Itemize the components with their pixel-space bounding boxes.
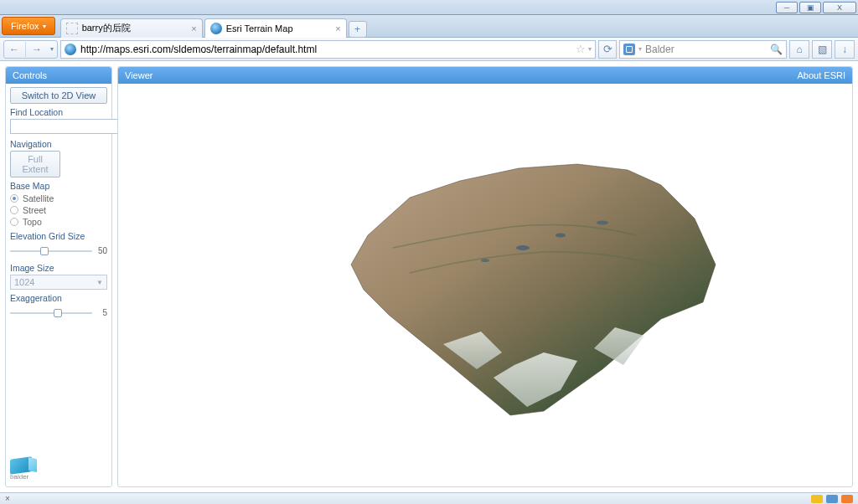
elevation-value: 50 bbox=[98, 246, 107, 255]
slider-thumb[interactable] bbox=[40, 247, 49, 255]
exaggeration-value: 5 bbox=[102, 308, 107, 317]
image-size-select[interactable]: 1024 ▼ bbox=[10, 275, 107, 290]
reload-button[interactable]: ⟳ bbox=[598, 40, 617, 59]
new-tab-button[interactable]: + bbox=[349, 21, 367, 38]
viewer-header: Viewer About ESRI bbox=[118, 67, 852, 84]
tab-esri-terrain[interactable]: Esri Terrain Map × bbox=[204, 18, 347, 38]
globe-icon bbox=[65, 44, 76, 55]
window-maximize[interactable]: ▣ bbox=[799, 2, 821, 13]
window-minimize[interactable]: ─ bbox=[776, 2, 798, 13]
svg-point-3 bbox=[597, 220, 608, 224]
balder-logo: balder bbox=[10, 458, 35, 483]
status-icon[interactable] bbox=[811, 495, 823, 503]
slider-track bbox=[10, 250, 92, 252]
full-extent-button[interactable]: Full Extent bbox=[10, 151, 60, 177]
radio-dot-icon bbox=[10, 218, 18, 226]
controls-panel: Controls Switch to 2D View Find Location… bbox=[5, 66, 112, 487]
screenshot-button[interactable]: ▧ bbox=[812, 40, 832, 59]
radio-dot-icon bbox=[10, 194, 18, 203]
cube-icon bbox=[10, 456, 32, 475]
viewer-title: Viewer bbox=[125, 70, 152, 80]
url-text: http://maps.esri.com/sldemos/terrainmap/… bbox=[80, 44, 573, 55]
radio-label: Topo bbox=[23, 217, 42, 227]
dropdown-icon: ▼ bbox=[96, 279, 103, 286]
bookmark-star-icon[interactable]: ☆ bbox=[576, 43, 586, 55]
slider-thumb[interactable] bbox=[54, 309, 62, 317]
radio-label: Street bbox=[23, 205, 46, 215]
window-close[interactable]: X bbox=[823, 2, 856, 13]
home-button[interactable]: ⌂ bbox=[789, 40, 809, 59]
radio-satellite[interactable]: Satellite bbox=[10, 193, 107, 203]
status-icon[interactable] bbox=[841, 495, 853, 503]
controls-body: Switch to 2D View Find Location Go Navig… bbox=[6, 84, 111, 486]
tab-close-icon[interactable]: × bbox=[191, 23, 196, 33]
page-content: Controls Switch to 2D View Find Location… bbox=[0, 61, 858, 492]
dropdown-icon: ▾ bbox=[43, 23, 46, 30]
url-bar[interactable]: http://maps.esri.com/sldemos/terrainmap/… bbox=[60, 40, 596, 59]
exaggeration-label: Exaggeration bbox=[10, 293, 107, 303]
terrain-mesh bbox=[242, 118, 728, 436]
svg-point-2 bbox=[481, 259, 489, 262]
radio-street[interactable]: Street bbox=[10, 205, 107, 215]
controls-header: Controls bbox=[6, 67, 111, 84]
status-bar: × bbox=[0, 492, 858, 504]
blank-favicon bbox=[66, 23, 78, 34]
radio-label: Satellite bbox=[23, 193, 54, 203]
tab-label: Esri Terrain Map bbox=[226, 23, 333, 33]
firefox-menubar: Firefox ▾ barry的后院 × Esri Terrain Map × … bbox=[0, 15, 858, 38]
dropdown-icon[interactable]: ▾ bbox=[588, 45, 592, 53]
tab-label: barry的后院 bbox=[82, 22, 189, 34]
search-icon[interactable]: 🔍 bbox=[770, 44, 783, 55]
window-titlebar: ─ ▣ X bbox=[0, 0, 858, 15]
history-dropdown[interactable]: ▾ bbox=[47, 41, 57, 58]
tab-close-icon[interactable]: × bbox=[335, 23, 340, 33]
tab-barry[interactable]: barry的后院 × bbox=[60, 18, 203, 38]
image-size-value: 1024 bbox=[14, 277, 34, 287]
elevation-grid-label: Elevation Grid Size bbox=[10, 231, 107, 241]
image-size-label: Image Size bbox=[10, 263, 107, 273]
switch-2d-button[interactable]: Switch to 2D View bbox=[10, 87, 107, 104]
navigation-label: Navigation bbox=[10, 139, 107, 149]
status-close[interactable]: × bbox=[5, 494, 10, 503]
tabstrip: barry的后院 × Esri Terrain Map × + bbox=[55, 15, 858, 38]
download-button[interactable]: ↓ bbox=[835, 40, 855, 59]
search-bar[interactable]: ▾ Balder 🔍 bbox=[619, 40, 787, 59]
exaggeration-slider[interactable]: 5 bbox=[10, 307, 107, 319]
about-esri-link[interactable]: About ESRI bbox=[798, 70, 845, 80]
search-placeholder: Balder bbox=[645, 44, 675, 55]
separator bbox=[25, 42, 26, 57]
navigation-toolbar: ← → ▾ http://maps.esri.com/sldemos/terra… bbox=[0, 38, 858, 61]
radio-dot-icon bbox=[10, 206, 18, 214]
status-icon[interactable] bbox=[826, 495, 838, 503]
firefox-button[interactable]: Firefox ▾ bbox=[2, 17, 55, 35]
radio-topo[interactable]: Topo bbox=[10, 217, 107, 227]
globe-favicon bbox=[210, 23, 222, 34]
slider-track bbox=[10, 312, 92, 314]
back-button[interactable]: ← bbox=[4, 41, 24, 58]
logo-label: balder bbox=[10, 473, 35, 481]
nav-buttons: ← → ▾ bbox=[3, 40, 58, 59]
svg-point-0 bbox=[516, 245, 530, 250]
dropdown-icon[interactable]: ▾ bbox=[638, 45, 642, 53]
svg-point-1 bbox=[556, 233, 566, 237]
basemap-label: Base Map bbox=[10, 181, 107, 191]
elevation-slider[interactable]: 50 bbox=[10, 245, 107, 257]
3d-terrain-viewport[interactable] bbox=[118, 84, 852, 486]
find-location-label: Find Location bbox=[10, 107, 107, 117]
forward-button[interactable]: → bbox=[27, 41, 47, 58]
search-engine-icon[interactable] bbox=[623, 44, 635, 55]
viewer-panel: Viewer About ESRI bbox=[117, 66, 853, 487]
firefox-button-label: Firefox bbox=[11, 21, 39, 31]
